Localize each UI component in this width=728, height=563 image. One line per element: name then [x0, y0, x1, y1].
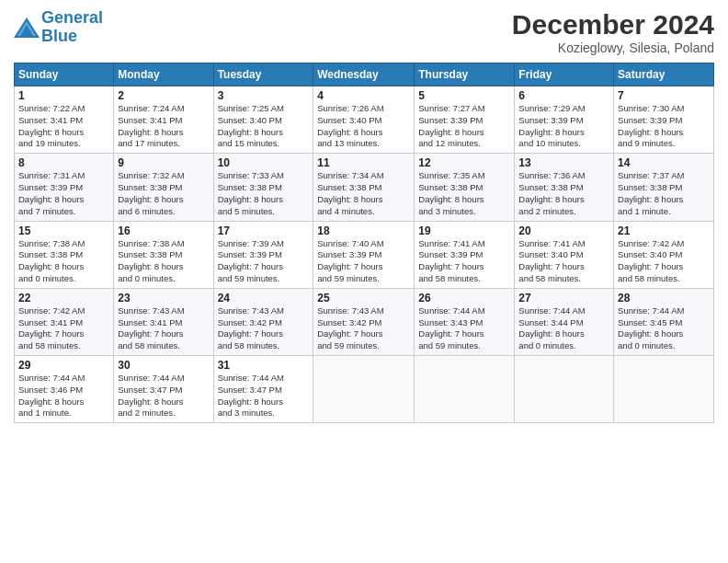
calendar-cell: 8Sunrise: 7:31 AMSunset: 3:39 PMDaylight… [15, 154, 114, 221]
day-number: 8 [18, 156, 109, 169]
day-number: 10 [218, 156, 310, 169]
day-info: Sunrise: 7:44 AMSunset: 3:47 PMDaylight:… [218, 373, 310, 419]
calendar-cell: 22Sunrise: 7:42 AMSunset: 3:41 PMDayligh… [15, 288, 114, 355]
day-info: Sunrise: 7:41 AMSunset: 3:39 PMDaylight:… [418, 238, 510, 285]
day-number: 17 [218, 224, 310, 237]
calendar-cell: 13Sunrise: 7:36 AMSunset: 3:38 PMDayligh… [515, 154, 614, 221]
day-info: Sunrise: 7:44 AMSunset: 3:45 PMDaylight:… [618, 305, 710, 352]
calendar-table: SundayMondayTuesdayWednesdayThursdayFrid… [14, 63, 714, 423]
calendar-header-monday: Monday [114, 63, 213, 86]
logo-icon [14, 17, 40, 38]
calendar-cell: 28Sunrise: 7:44 AMSunset: 3:45 PMDayligh… [614, 288, 714, 355]
day-number: 30 [118, 359, 209, 372]
day-number: 23 [118, 292, 209, 304]
day-info: Sunrise: 7:26 AMSunset: 3:40 PMDaylight:… [317, 103, 410, 150]
calendar-cell: 26Sunrise: 7:44 AMSunset: 3:43 PMDayligh… [415, 288, 515, 355]
main-title: December 2024 [512, 9, 714, 40]
day-number: 7 [618, 89, 710, 102]
calendar-cell: 11Sunrise: 7:34 AMSunset: 3:38 PMDayligh… [313, 154, 415, 221]
calendar-cell: 14Sunrise: 7:37 AMSunset: 3:38 PMDayligh… [614, 154, 714, 221]
calendar-header-row: SundayMondayTuesdayWednesdayThursdayFrid… [15, 63, 714, 86]
calendar-cell: 16Sunrise: 7:38 AMSunset: 3:38 PMDayligh… [114, 221, 213, 288]
logo-line2: Blue [41, 27, 77, 45]
day-info: Sunrise: 7:43 AMSunset: 3:42 PMDaylight:… [317, 305, 410, 352]
day-info: Sunrise: 7:27 AMSunset: 3:39 PMDaylight:… [418, 103, 510, 150]
calendar-cell [515, 356, 614, 423]
day-info: Sunrise: 7:43 AMSunset: 3:41 PMDaylight:… [118, 305, 209, 352]
logo-line1: General [41, 8, 103, 27]
day-number: 5 [418, 89, 510, 102]
day-info: Sunrise: 7:43 AMSunset: 3:42 PMDaylight:… [218, 305, 310, 352]
day-number: 6 [518, 89, 609, 102]
day-number: 2 [118, 89, 209, 102]
title-block: December 2024 Kozieglowy, Silesia, Polan… [512, 9, 714, 55]
day-info: Sunrise: 7:44 AMSunset: 3:43 PMDaylight:… [418, 305, 510, 352]
day-info: Sunrise: 7:35 AMSunset: 3:38 PMDaylight:… [418, 170, 510, 217]
calendar-cell: 15Sunrise: 7:38 AMSunset: 3:38 PMDayligh… [15, 221, 114, 288]
page-header: General Blue December 2024 Kozieglowy, S… [14, 9, 714, 55]
calendar-cell: 17Sunrise: 7:39 AMSunset: 3:39 PMDayligh… [213, 221, 313, 288]
day-number: 1 [18, 89, 109, 102]
calendar-cell: 12Sunrise: 7:35 AMSunset: 3:38 PMDayligh… [415, 154, 515, 221]
day-number: 12 [418, 156, 510, 169]
calendar-cell: 29Sunrise: 7:44 AMSunset: 3:46 PMDayligh… [15, 356, 114, 423]
calendar-cell: 2Sunrise: 7:24 AMSunset: 3:41 PMDaylight… [114, 86, 213, 154]
day-info: Sunrise: 7:42 AMSunset: 3:41 PMDaylight:… [18, 305, 109, 352]
calendar-cell [415, 356, 515, 423]
day-number: 20 [518, 224, 609, 237]
logo: General Blue [14, 9, 103, 46]
day-info: Sunrise: 7:42 AMSunset: 3:40 PMDaylight:… [618, 238, 710, 285]
calendar-cell: 18Sunrise: 7:40 AMSunset: 3:39 PMDayligh… [313, 221, 415, 288]
calendar-cell: 30Sunrise: 7:44 AMSunset: 3:47 PMDayligh… [114, 356, 213, 423]
day-info: Sunrise: 7:44 AMSunset: 3:44 PMDaylight:… [518, 305, 609, 352]
day-info: Sunrise: 7:37 AMSunset: 3:38 PMDaylight:… [618, 170, 710, 217]
calendar-week-row: 8Sunrise: 7:31 AMSunset: 3:39 PMDaylight… [15, 154, 714, 221]
calendar-header-thursday: Thursday [415, 63, 515, 86]
calendar-cell [313, 356, 415, 423]
calendar-cell: 6Sunrise: 7:29 AMSunset: 3:39 PMDaylight… [515, 86, 614, 154]
subtitle: Kozieglowy, Silesia, Poland [512, 40, 714, 55]
day-info: Sunrise: 7:44 AMSunset: 3:47 PMDaylight:… [118, 373, 209, 419]
day-number: 14 [618, 156, 710, 169]
calendar-header-friday: Friday [515, 63, 614, 86]
day-number: 29 [18, 359, 109, 372]
day-number: 4 [317, 89, 410, 102]
day-info: Sunrise: 7:29 AMSunset: 3:39 PMDaylight:… [518, 103, 609, 150]
day-number: 26 [418, 292, 510, 304]
day-number: 3 [218, 89, 310, 102]
calendar-cell: 21Sunrise: 7:42 AMSunset: 3:40 PMDayligh… [614, 221, 714, 288]
calendar-week-row: 1Sunrise: 7:22 AMSunset: 3:41 PMDaylight… [15, 86, 714, 154]
calendar-week-row: 22Sunrise: 7:42 AMSunset: 3:41 PMDayligh… [15, 288, 714, 355]
day-info: Sunrise: 7:34 AMSunset: 3:38 PMDaylight:… [317, 170, 410, 217]
calendar-cell: 9Sunrise: 7:32 AMSunset: 3:38 PMDaylight… [114, 154, 213, 221]
calendar-cell: 23Sunrise: 7:43 AMSunset: 3:41 PMDayligh… [114, 288, 213, 355]
calendar-cell [614, 356, 714, 423]
day-number: 16 [118, 224, 209, 237]
day-number: 31 [218, 359, 310, 372]
day-number: 11 [317, 156, 410, 169]
day-info: Sunrise: 7:30 AMSunset: 3:39 PMDaylight:… [618, 103, 710, 150]
day-info: Sunrise: 7:31 AMSunset: 3:39 PMDaylight:… [18, 170, 109, 217]
day-number: 27 [518, 292, 609, 304]
day-info: Sunrise: 7:44 AMSunset: 3:46 PMDaylight:… [18, 373, 109, 419]
day-info: Sunrise: 7:39 AMSunset: 3:39 PMDaylight:… [218, 238, 310, 285]
calendar-cell: 19Sunrise: 7:41 AMSunset: 3:39 PMDayligh… [415, 221, 515, 288]
calendar-cell: 5Sunrise: 7:27 AMSunset: 3:39 PMDaylight… [415, 86, 515, 154]
calendar-header-saturday: Saturday [614, 63, 714, 86]
calendar-cell: 25Sunrise: 7:43 AMSunset: 3:42 PMDayligh… [313, 288, 415, 355]
day-number: 22 [18, 292, 109, 304]
calendar-cell: 20Sunrise: 7:41 AMSunset: 3:40 PMDayligh… [515, 221, 614, 288]
calendar-cell: 10Sunrise: 7:33 AMSunset: 3:38 PMDayligh… [213, 154, 313, 221]
day-info: Sunrise: 7:33 AMSunset: 3:38 PMDaylight:… [218, 170, 310, 217]
day-info: Sunrise: 7:40 AMSunset: 3:39 PMDaylight:… [317, 238, 410, 285]
calendar-cell: 1Sunrise: 7:22 AMSunset: 3:41 PMDaylight… [15, 86, 114, 154]
calendar-cell: 3Sunrise: 7:25 AMSunset: 3:40 PMDaylight… [213, 86, 313, 154]
day-number: 28 [618, 292, 710, 304]
calendar-cell: 7Sunrise: 7:30 AMSunset: 3:39 PMDaylight… [614, 86, 714, 154]
day-number: 15 [18, 224, 109, 237]
day-number: 25 [317, 292, 410, 304]
day-number: 18 [317, 224, 410, 237]
day-number: 13 [518, 156, 609, 169]
day-info: Sunrise: 7:38 AMSunset: 3:38 PMDaylight:… [18, 238, 109, 285]
logo-text: General Blue [41, 9, 103, 46]
